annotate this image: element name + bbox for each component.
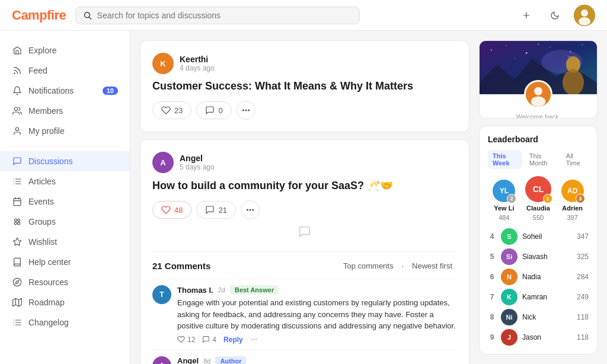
- sidebar-item-events[interactable]: Events: [0, 191, 130, 212]
- post2-more-btn[interactable]: [241, 200, 260, 219]
- svg-point-8: [14, 107, 17, 110]
- svg-point-7: [14, 73, 15, 74]
- sidebar-item-notifications[interactable]: Notifications 10: [0, 81, 130, 101]
- lb-score-6: 284: [577, 273, 589, 281]
- comment1-time: 2d: [218, 286, 225, 293]
- search-input[interactable]: [97, 11, 353, 20]
- sidebar-item-members[interactable]: Members: [0, 101, 130, 121]
- sort-top-btn[interactable]: Top comments: [338, 259, 398, 273]
- leaderboard-title: Leaderboard: [488, 135, 589, 144]
- search-bar[interactable]: [75, 7, 360, 24]
- layout: Explore Feed Notifications 10: [0, 31, 607, 364]
- main-content: K Keerthi 4 days ago Customer Success: W…: [130, 31, 607, 364]
- sidebar-item-articles[interactable]: Articles: [0, 171, 130, 191]
- comment2-tag: Author: [215, 356, 246, 365]
- post1-actions: 23 0: [152, 101, 457, 120]
- chat-icon-wrap: [152, 219, 457, 244]
- comment2-name: Angel: [177, 356, 199, 364]
- post1-more-btn[interactable]: [237, 101, 255, 120]
- lb-tab-alltime[interactable]: All Time: [561, 150, 589, 169]
- post2-comment-btn[interactable]: 21: [196, 201, 235, 219]
- sidebar-item-myprofile[interactable]: My profile: [0, 121, 130, 141]
- comment1-reply-btn[interactable]: Reply: [223, 336, 243, 344]
- theme-toggle[interactable]: [545, 6, 564, 25]
- profile-info: Welcome back, Soheil Alavi Chief Product…: [480, 113, 597, 119]
- lb-score-9: 118: [577, 333, 589, 341]
- sidebar-label-groups: Groups: [28, 217, 56, 226]
- svg-point-6: [579, 17, 590, 25]
- post1-like-btn[interactable]: 23: [152, 101, 191, 119]
- svg-point-25: [13, 278, 21, 286]
- profile-avatar: [524, 80, 552, 108]
- sidebar-item-resources[interactable]: Resources: [0, 272, 130, 292]
- sidebar-item-changelog[interactable]: Changelog: [0, 312, 130, 333]
- svg-point-38: [248, 110, 249, 111]
- lb-pos-4: 4: [488, 232, 496, 241]
- svg-point-48: [526, 52, 527, 53]
- post2-time: 5 days ago: [180, 163, 215, 171]
- sidebar-item-wishlist[interactable]: Wishlist: [0, 232, 130, 252]
- comment-icon-sm: [202, 336, 210, 343]
- svg-point-44: [255, 339, 257, 340]
- lb-avatar-rank2: YL 2: [493, 180, 515, 202]
- leaderboard-top3: YL 2 Yew Li 484 CL 1 Claudia 550: [488, 176, 589, 221]
- lb-rank-badge-3: 3: [576, 194, 585, 203]
- bell-icon: [12, 85, 23, 96]
- lb-top-rank3: AD 3 Adrien 397: [561, 180, 584, 221]
- lb-tab-thismonth[interactable]: This Month: [525, 150, 559, 169]
- add-button[interactable]: [517, 6, 536, 25]
- sidebar-label-members: Members: [28, 106, 63, 116]
- lb-avatar-7: K: [501, 289, 517, 305]
- svg-line-1: [90, 17, 91, 18]
- sidebar-group-main: Explore Feed Notifications 10: [0, 40, 130, 141]
- post1-time: 4 days ago: [180, 64, 215, 72]
- sidebar-item-groups[interactable]: Groups: [0, 212, 130, 232]
- comment1-name: Thomas I.: [177, 286, 213, 295]
- leaderboard-list: 4 S Soheil 347 5 Si Siavash 325 6 N: [488, 228, 589, 346]
- post2-author-name: Angel: [180, 154, 215, 163]
- post2-like-count: 48: [174, 206, 183, 215]
- lb-pos-7: 7: [488, 293, 496, 301]
- comment1-reply-count[interactable]: 4: [202, 336, 216, 344]
- lb-name-4: Soheil: [522, 232, 572, 241]
- compass-icon: [12, 277, 23, 288]
- list-icon: [12, 317, 23, 328]
- comment1-text: Engage with your potential and existing …: [177, 297, 457, 332]
- lb-top-rank1: CL 1 Claudia 550: [525, 176, 551, 221]
- logo: Campfire: [12, 8, 66, 23]
- comment-1: T Thomas I. 2d Best Answer Engage with y…: [152, 279, 457, 350]
- post-card-1: K Keerthi 4 days ago Customer Success: W…: [140, 40, 469, 132]
- comment2-time: 8d: [203, 357, 210, 365]
- star-icon: [12, 237, 23, 247]
- post1-title: Customer Success: What It Means & Why It…: [152, 80, 457, 92]
- home-icon: [12, 45, 23, 56]
- lb-pos-6: 6: [488, 273, 496, 281]
- sort-newest-btn[interactable]: Newest first: [407, 259, 457, 273]
- chat-bubble-icon: [298, 225, 311, 238]
- sidebar-item-explore[interactable]: Explore: [0, 40, 130, 60]
- sidebar-label-changelog: Changelog: [28, 318, 69, 327]
- heart-filled-icon: [161, 205, 171, 215]
- svg-point-43: [253, 339, 254, 340]
- sidebar-item-feed[interactable]: Feed: [0, 60, 130, 81]
- sidebar-label-feed: Feed: [28, 66, 47, 75]
- comment1-more[interactable]: [250, 336, 258, 343]
- post1-comment-btn[interactable]: 0: [196, 101, 231, 119]
- post2-like-btn[interactable]: 48: [152, 201, 191, 219]
- sidebar-item-discussions[interactable]: Discussions: [0, 151, 130, 171]
- user-avatar[interactable]: [574, 5, 595, 26]
- post1-author-name: Keerthi: [180, 55, 215, 64]
- lb-score-7: 249: [577, 293, 589, 301]
- lb-name-8: Nick: [522, 313, 572, 321]
- comment1-like[interactable]: 12: [177, 336, 195, 344]
- header-actions: [517, 5, 595, 26]
- lb-tab-thisweek[interactable]: This Week: [488, 150, 522, 169]
- comment1-avatar: T: [152, 285, 171, 304]
- sidebar-item-roadmap[interactable]: Roadmap: [0, 292, 130, 312]
- heart-icon-sm: [177, 336, 185, 343]
- svg-point-37: [245, 110, 247, 111]
- sidebar-item-helpcenter[interactable]: Help center: [0, 252, 130, 272]
- sidebar-label-myprofile: My profile: [28, 126, 65, 136]
- lb-score-rank1: 550: [533, 214, 544, 221]
- lb-name-5: Siavash: [522, 253, 572, 261]
